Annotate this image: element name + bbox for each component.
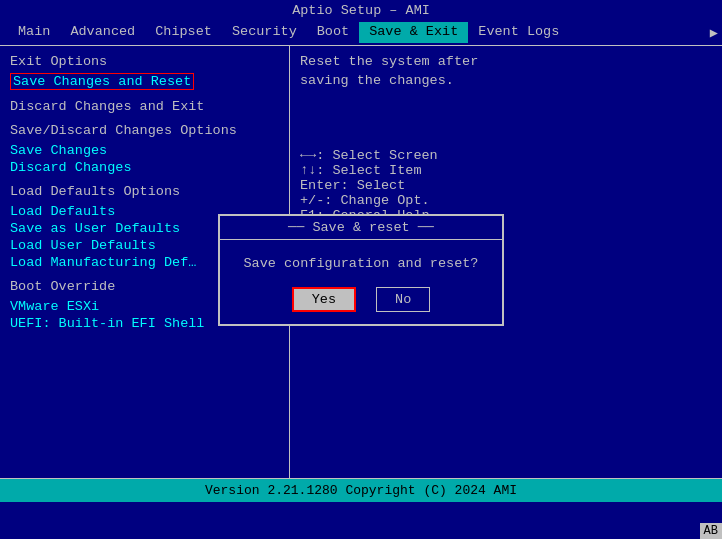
- dialog-title: Save & reset: [220, 216, 503, 240]
- dialog-yes-button[interactable]: Yes: [292, 287, 356, 312]
- dialog-no-button[interactable]: No: [376, 287, 430, 312]
- dialog-body: Save configuration and reset? Yes No: [220, 240, 503, 324]
- dialog-overlay: Save & reset Save configuration and rese…: [0, 0, 722, 539]
- dialog-question: Save configuration and reset?: [244, 256, 479, 271]
- dialog-buttons: Yes No: [244, 287, 479, 312]
- save-reset-dialog: Save & reset Save configuration and rese…: [218, 214, 505, 326]
